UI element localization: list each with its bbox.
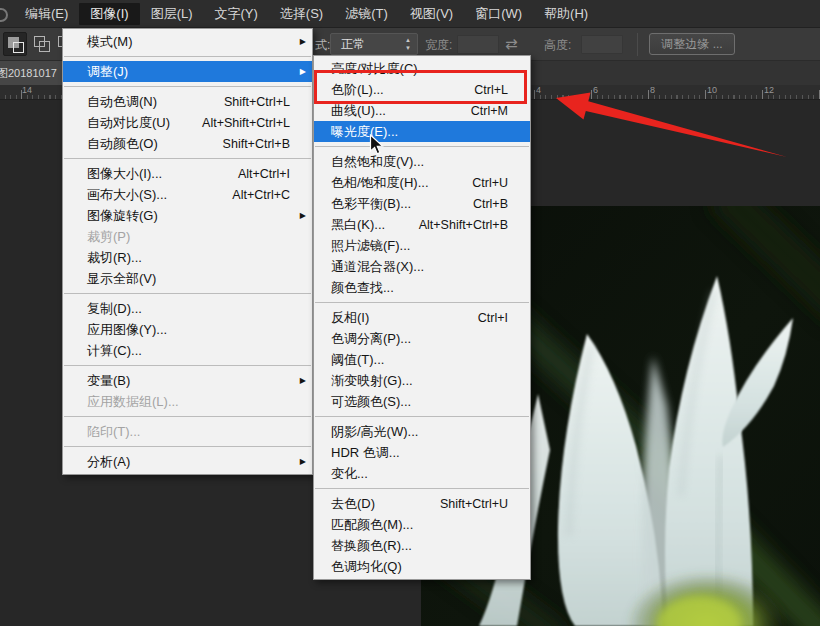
menubar-item-label: 图层(L) [151,6,193,21]
menu-item[interactable]: 模式(M) ▶ [63,31,312,52]
menu-item-label: 计算(C)... [87,342,142,360]
menu-item[interactable]: 色彩平衡(B)... Ctrl+B [314,193,530,214]
menu-item[interactable]: 自然饱和度(V)... [314,151,530,172]
menubar-item-label: 窗口(W) [475,6,522,21]
menu-item-shortcut: Ctrl+B [473,197,513,211]
menu-item[interactable]: 自动色调(N) Shift+Ctrl+L [63,91,312,112]
menubar-item[interactable]: 滤镜(T) [334,3,399,25]
menu-item[interactable]: 显示全部(V) [63,268,312,289]
menu-item-label: 颜色查找... [331,279,394,297]
menu-item[interactable]: 曝光度(E)... [314,121,530,142]
photoshop-window: 编辑(E) 图像(I) 图层(L) 文字(Y) 选择(S) 滤镜(T) 视图(V… [0,0,820,626]
menu-separator [64,365,311,366]
new-selection-icon[interactable] [3,32,27,56]
square-glyph [13,42,24,53]
menubar-item-label: 滤镜(T) [345,6,388,21]
menu-item[interactable]: 裁切(R)... [63,247,312,268]
menu-item-label: 去色(D) [331,495,375,513]
menubar-item[interactable]: 文字(Y) [204,3,269,25]
menu-item-label: 显示全部(V) [87,270,156,288]
menu-item[interactable]: 色调均化(Q) [314,556,530,577]
menu-item[interactable]: 调整(J) ▶ [63,61,312,82]
add-to-selection-icon[interactable] [30,32,54,56]
menu-separator [315,146,529,147]
menu-item[interactable]: 黑白(K)... Alt+Shift+Ctrl+B [314,214,530,235]
menu-item-shortcut: Alt+Shift+Ctrl+L [202,116,295,130]
menu-item-label: 调整(J) [87,63,128,81]
menu-separator [64,416,311,417]
menu-item-label: 阴影/高光(W)... [331,423,418,441]
submenu-arrow-icon: ▶ [295,457,306,466]
menu-item[interactable]: 颜色查找... [314,277,530,298]
menubar-item-label: 选择(S) [280,6,323,21]
height-label: 高度: [544,37,571,54]
style-select[interactable]: 正常 ▲▼ [330,33,418,55]
submenu-arrow-icon: ▶ [295,67,306,76]
menubar-item-label: 编辑(E) [25,6,68,21]
menu-item-label: 陷印(T)... [87,423,140,441]
menu-item[interactable]: 陷印(T)... [63,421,312,442]
menu-item[interactable]: 应用数据组(L)... [63,391,312,412]
menubar-item[interactable]: 窗口(W) [464,3,533,25]
square-glyph [39,41,50,52]
menubar-item[interactable]: 帮助(H) [533,3,599,25]
menubar-item[interactable]: 选择(S) [269,3,334,25]
menu-item-shortcut: Ctrl+U [472,176,513,190]
menu-item[interactable]: 替换颜色(R)... [314,535,530,556]
menu-item-label: 裁切(R)... [87,249,142,267]
menu-item[interactable]: 自动颜色(O) Shift+Ctrl+B [63,133,312,154]
menu-item[interactable]: 变量(B) ▶ [63,370,312,391]
menu-item-label: 渐变映射(G)... [331,372,413,390]
refine-edge-button[interactable]: 调整边缘 ... [649,33,735,55]
menu-item[interactable]: 可选颜色(S)... [314,391,530,412]
menu-item[interactable]: 复制(D)... [63,298,312,319]
menu-item-label: 曲线(U)... [331,102,386,120]
adjustments-submenu: 亮度/对比度(C)... 色阶(L)... Ctrl+L 曲线(U)... Ct… [313,55,531,580]
document-tab[interactable]: 图20181017 [0,61,62,85]
menubar-item[interactable]: 视图(V) [399,3,464,25]
menu-item-label: 自动对比度(U) [87,114,170,132]
annotation-red-arrow [530,80,810,170]
style-select-value: 正常 [341,37,365,51]
menu-item[interactable]: 分析(A) ▶ [63,451,312,472]
menu-item-label: 色调分离(P)... [331,330,411,348]
submenu-arrow-icon: ▶ [295,211,306,220]
menu-item[interactable]: 渐变映射(G)... [314,370,530,391]
swap-width-height-icon[interactable]: ⇄ [505,35,518,53]
menu-item[interactable]: 照片滤镜(F)... [314,235,530,256]
menu-item[interactable]: 色相/饱和度(H)... Ctrl+U [314,172,530,193]
menu-item[interactable]: 图像大小(I)... Alt+Ctrl+I [63,163,312,184]
menu-item-label: 画布大小(S)... [87,186,167,204]
menu-item[interactable]: 应用图像(Y)... [63,319,312,340]
menu-item[interactable]: 自动对比度(U) Alt+Shift+Ctrl+L [63,112,312,133]
menu-item-label: 替换颜色(R)... [331,537,412,555]
menubar-item[interactable]: 图层(L) [140,3,204,25]
menu-item[interactable]: 阴影/高光(W)... [314,421,530,442]
menu-item-shortcut: Alt+Ctrl+C [232,188,295,202]
menu-item[interactable]: 反相(I) Ctrl+I [314,307,530,328]
menu-item[interactable]: 裁剪(P) [63,226,312,247]
mouse-cursor-icon [369,134,384,156]
width-input[interactable] [457,35,499,54]
image-menu-dropdown: 模式(M) ▶ 调整(J) ▶ 自动色调(N) Shift+Ctrl+L 自动对… [62,28,313,475]
menu-item[interactable]: 变化... [314,463,530,484]
menu-item-label: 照片滤镜(F)... [331,237,410,255]
menu-item[interactable]: 计算(C)... [63,340,312,361]
height-input[interactable] [581,35,623,54]
menu-item[interactable]: 色调分离(P)... [314,328,530,349]
menu-item[interactable]: 匹配颜色(M)... [314,514,530,535]
menu-item-label: HDR 色调... [331,444,400,462]
menu-item-shortcut: Alt+Ctrl+I [238,167,295,181]
menu-item-label: 应用图像(Y)... [87,321,167,339]
menubar-item[interactable]: 编辑(E) [14,3,79,25]
menu-item[interactable]: 去色(D) Shift+Ctrl+U [314,493,530,514]
menu-item[interactable]: 通道混合器(X)... [314,256,530,277]
menu-item[interactable]: 图像旋转(G) ▶ [63,205,312,226]
menu-item[interactable]: 阈值(T)... [314,349,530,370]
menubar-item[interactable]: 图像(I) [79,3,139,25]
menu-item[interactable]: HDR 色调... [314,442,530,463]
submenu-arrow-icon: ▶ [295,376,306,385]
menubar-item-label: 图像(I) [90,6,128,21]
menu-item-label: 通道混合器(X)... [331,258,424,276]
menu-item[interactable]: 画布大小(S)... Alt+Ctrl+C [63,184,312,205]
